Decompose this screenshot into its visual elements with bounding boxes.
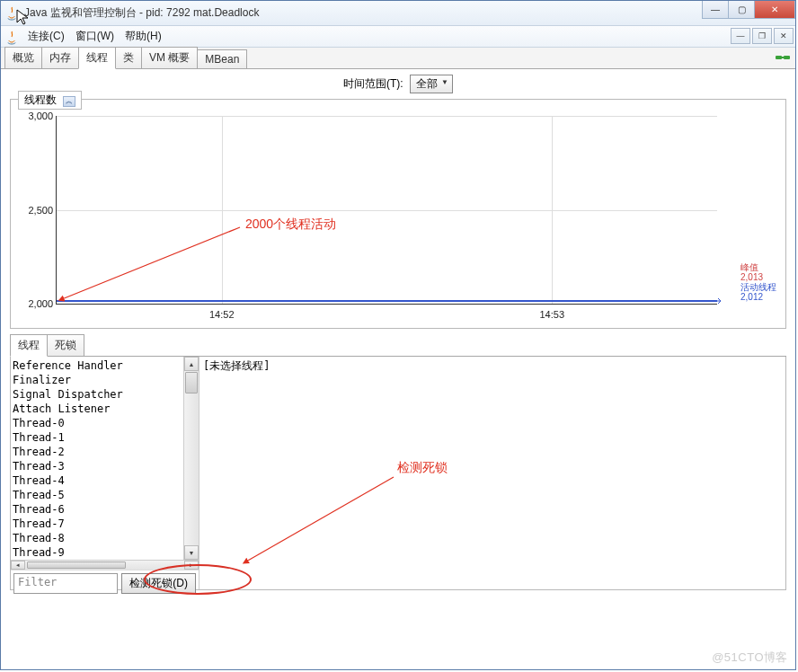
detect-deadlock-button[interactable]: 检测死锁(D) (121, 573, 196, 594)
menu-bar: 连接(C) 窗口(W) 帮助(H) — ❐ ✕ (1, 26, 795, 48)
thread-list-item[interactable]: Thread-6 (13, 502, 183, 517)
window-title: Java 监视和管理控制台 - pid: 7292 mat.Deadlock (24, 5, 259, 21)
lower-tab-deadlock[interactable]: 死锁 (47, 334, 84, 356)
filter-input[interactable]: Filter (13, 573, 118, 594)
tab-overview[interactable]: 概览 (4, 47, 42, 68)
annotation-chart: 2000个线程活动 (245, 217, 336, 233)
menu-window[interactable]: 窗口(W) (70, 29, 120, 44)
thread-list: Reference HandlerFinalizerSignal Dispatc… (11, 357, 200, 589)
menu-connect[interactable]: 连接(C) (22, 29, 70, 44)
ytick: 2,000 (19, 298, 53, 309)
outer-titlebar: Java 监视和管理控制台 - pid: 7292 mat.Deadlock —… (1, 1, 795, 26)
chart-title: 线程数 ︽ (18, 91, 82, 110)
thread-list-item[interactable]: Reference Handler (13, 358, 183, 373)
java-icon (4, 6, 19, 21)
svg-rect-1 (784, 56, 790, 59)
tab-vmsummary[interactable]: VM 概要 (141, 47, 198, 68)
inner-minimize-button[interactable]: — (731, 28, 750, 44)
hscroll-thumb[interactable] (27, 561, 126, 569)
svg-rect-0 (776, 56, 782, 59)
svg-line-3 (62, 227, 240, 299)
chart-series-live (57, 300, 717, 302)
thread-list-item[interactable]: Thread-9 (13, 545, 183, 560)
menu-help[interactable]: 帮助(H) (120, 29, 167, 44)
tab-memory[interactable]: 内存 (41, 47, 79, 68)
thread-list-item[interactable]: Thread-8 (13, 531, 183, 545)
maximize-button[interactable]: ▢ (728, 1, 755, 19)
scroll-up-icon[interactable]: ▲ (184, 357, 199, 371)
scroll-right-icon[interactable]: ▸ (184, 561, 199, 570)
lower-tabs: 线程 死锁 (10, 334, 786, 357)
xtick: 14:52 (209, 309, 235, 320)
time-range-select[interactable]: 全部 (410, 75, 453, 93)
horizontal-scrollbar[interactable]: ◂ ▸ (11, 560, 199, 570)
lower-panel: Reference HandlerFinalizerSignal Dispatc… (10, 357, 786, 590)
inner-close-button[interactable]: ✕ (774, 28, 794, 44)
thread-list-item[interactable]: Signal Dispatcher (13, 387, 183, 402)
thread-list-item[interactable]: Thread-7 (13, 517, 183, 531)
close-button[interactable]: ✕ (754, 1, 795, 19)
xtick: 14:53 (539, 309, 564, 320)
tab-mbean[interactable]: MBean (197, 49, 247, 68)
thread-detail: [未选择线程] (200, 357, 785, 589)
thread-list-item[interactable]: Thread-5 (13, 488, 183, 502)
vertical-scrollbar[interactable]: ▲ ▼ (183, 357, 199, 560)
lower-tab-threads[interactable]: 线程 (10, 334, 48, 357)
ytick: 2,500 (19, 205, 53, 216)
java-icon (4, 31, 17, 43)
svg-rect-2 (781, 57, 785, 58)
minimize-button[interactable]: — (702, 1, 729, 19)
chart-legend: 峰值 2,013 活动线程 2,012 (740, 262, 776, 302)
collapse-icon[interactable]: ︽ (63, 96, 75, 107)
main-tabs: 概览 内存 线程 类 VM 概要 MBean (1, 48, 795, 69)
ytick: 3,000 (19, 111, 53, 121)
connection-status-icon (776, 51, 790, 64)
tab-threads[interactable]: 线程 (78, 47, 116, 69)
thread-list-item[interactable]: Thread-2 (13, 445, 183, 459)
chart-area[interactable]: 3,000 2,500 2,000 14:52 14:53 峰值 2,013 活… (56, 116, 717, 305)
annotation-detect: 检测死锁 (397, 460, 448, 476)
tab-classes[interactable]: 类 (115, 47, 142, 68)
scroll-left-icon[interactable]: ◂ (11, 561, 25, 570)
inner-restore-button[interactable]: ❐ (752, 28, 772, 44)
chart-panel: 线程数 ︽ 3,000 2,500 2,000 14:52 14:53 (10, 99, 786, 329)
thread-list-item[interactable]: Finalizer (13, 373, 183, 387)
thread-list-item[interactable]: Thread-0 (13, 416, 183, 430)
chart-endpoint-icon (712, 296, 723, 305)
thread-list-body[interactable]: Reference HandlerFinalizerSignal Dispatc… (11, 357, 183, 560)
scroll-down-icon[interactable]: ▼ (184, 545, 199, 560)
watermark: @51CTO博客 (712, 650, 788, 666)
thread-list-item[interactable]: Thread-1 (13, 430, 183, 445)
thread-list-item[interactable]: Thread-3 (13, 459, 183, 473)
scroll-thumb[interactable] (185, 372, 198, 393)
thread-list-item[interactable]: Thread-4 (13, 473, 183, 488)
thread-list-item[interactable]: Attach Listener (13, 402, 183, 416)
time-range-label: 时间范围(T): (343, 77, 403, 90)
